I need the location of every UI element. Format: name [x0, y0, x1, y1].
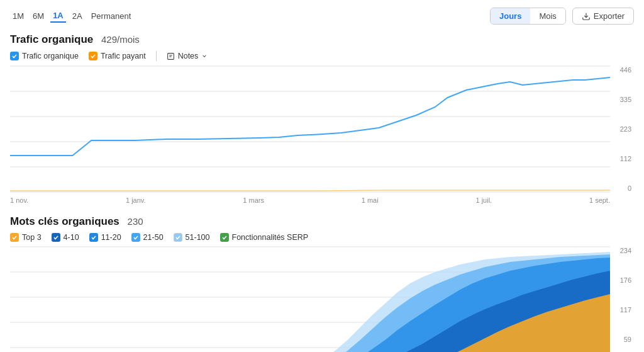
export-button[interactable]: Exporter	[572, 8, 634, 25]
keywords-chart-svg: G G G G G	[10, 247, 610, 352]
toggle-mois[interactable]: Mois	[530, 8, 565, 24]
toggle-jours[interactable]: Jours	[491, 8, 530, 24]
time-filter-2a[interactable]: 2A	[70, 10, 85, 22]
legend-serp: Fonctionnalités SERP	[220, 233, 309, 242]
chevron-down-icon	[201, 53, 208, 59]
export-label: Exporter	[594, 11, 625, 21]
keywords-y-axis: 234 176 117 59 0	[610, 247, 634, 352]
4-10-checkbox[interactable]	[52, 233, 60, 242]
keywords-chart-area: G G G G G 234 176 117 59 0	[10, 247, 634, 352]
legend-paid: Trafic payant	[89, 52, 146, 60]
keywords-count: 230	[128, 216, 143, 227]
keywords-legend: Top 3 4-10 11-20 21-50 51-100	[10, 233, 634, 242]
top3-checkbox[interactable]	[10, 233, 19, 242]
serp-checkbox[interactable]	[220, 233, 229, 242]
legend-51-100: 51-100	[174, 233, 210, 242]
time-filter-6m[interactable]: 6M	[30, 10, 47, 22]
legend-21-50: 21-50	[131, 233, 164, 242]
11-20-checkbox[interactable]	[89, 233, 98, 242]
traffic-x-axis: 1 nov. 1 janv. 1 mars 1 mai 1 juil. 1 se…	[10, 194, 634, 204]
legend-top3: Top 3	[10, 233, 42, 242]
export-icon	[582, 12, 591, 21]
legend-4-10: 4-10	[52, 233, 79, 242]
traffic-y-axis: 446 335 223 112 0	[610, 66, 634, 192]
traffic-title: Trafic organique 429/mois	[10, 33, 634, 46]
21-50-checkbox[interactable]	[131, 233, 140, 242]
traffic-legend: Trafic organique Trafic payant Notes	[10, 51, 634, 61]
traffic-chart-area: 446 335 223 112 0	[10, 66, 634, 194]
toolbar: 1M 6M 1A 2A Permanent Jours Mois Exporte…	[10, 8, 634, 25]
legend-divider	[156, 51, 157, 61]
notes-button[interactable]: Notes	[167, 52, 208, 60]
check-icon-2	[90, 53, 96, 59]
keywords-chart: G G G G G	[10, 247, 610, 352]
organic-checkbox[interactable]	[10, 52, 19, 60]
traffic-count: 429/mois	[101, 34, 140, 45]
keywords-section: Mots clés organiques 230 Top 3 4-10 11-2…	[10, 215, 634, 352]
traffic-section: Trafic organique 429/mois Trafic organiq…	[10, 33, 634, 204]
check-icon	[11, 53, 18, 59]
notes-icon	[167, 52, 175, 60]
legend-11-20: 11-20	[89, 233, 121, 242]
keywords-title: Mots clés organiques 230	[10, 215, 634, 228]
traffic-chart	[10, 66, 610, 194]
paid-checkbox[interactable]	[89, 52, 97, 60]
traffic-chart-svg	[10, 66, 610, 192]
time-filter-group: 1M 6M 1A 2A Permanent	[10, 9, 133, 23]
time-filter-1a[interactable]: 1A	[50, 9, 66, 23]
time-filter-permanent[interactable]: Permanent	[89, 10, 134, 22]
legend-organic: Trafic organique	[10, 52, 79, 60]
right-controls: Jours Mois Exporter	[490, 8, 634, 25]
time-filter-1m[interactable]: 1M	[10, 10, 26, 22]
view-toggle-group: Jours Mois	[490, 8, 566, 25]
51-100-checkbox[interactable]	[174, 233, 182, 242]
